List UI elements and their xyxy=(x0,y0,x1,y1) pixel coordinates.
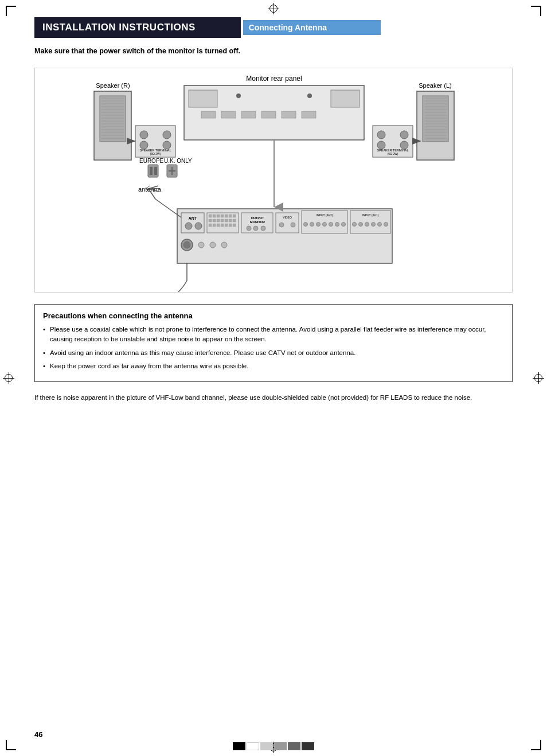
svg-point-124 xyxy=(210,242,216,248)
svg-point-33 xyxy=(140,141,148,149)
precautions-list: Please use a coaxial cable which is not … xyxy=(43,325,504,371)
svg-point-107 xyxy=(310,223,314,227)
color-bar-5 xyxy=(288,742,300,750)
svg-point-120 xyxy=(384,223,388,227)
svg-rect-90 xyxy=(221,224,224,227)
svg-point-34 xyxy=(163,141,171,149)
corner-mark-tl xyxy=(6,6,16,16)
svg-text:(6Ω  2W): (6Ω 2W) xyxy=(150,152,161,155)
svg-point-119 xyxy=(378,223,382,227)
svg-text:VIDEO: VIDEO xyxy=(283,216,292,219)
color-bar-2 xyxy=(247,742,259,750)
svg-rect-6 xyxy=(221,111,236,118)
svg-point-110 xyxy=(329,223,333,227)
page-container: INSTALLATION INSTRUCTIONS Connecting Ant… xyxy=(0,0,547,756)
svg-text:EUROPE: EUROPE xyxy=(139,158,164,164)
svg-rect-3 xyxy=(189,90,217,107)
svg-text:(6Ω  2W): (6Ω 2W) xyxy=(388,152,398,155)
svg-rect-141 xyxy=(154,167,157,175)
installation-banner: INSTALLATION INSTRUCTIONS xyxy=(34,17,241,38)
reg-mark-left xyxy=(3,372,14,384)
svg-point-32 xyxy=(163,131,171,139)
svg-point-102 xyxy=(279,223,284,227)
svg-rect-83 xyxy=(221,219,224,222)
svg-rect-84 xyxy=(225,219,228,222)
svg-rect-89 xyxy=(217,224,220,227)
svg-rect-87 xyxy=(209,224,212,227)
svg-rect-79 xyxy=(233,215,236,217)
svg-point-31 xyxy=(140,131,148,139)
svg-rect-92 xyxy=(229,224,232,227)
reg-mark-right xyxy=(533,372,544,384)
svg-point-97 xyxy=(247,226,251,231)
svg-point-58 xyxy=(400,141,408,149)
svg-rect-85 xyxy=(229,219,232,222)
svg-point-109 xyxy=(323,223,327,227)
precautions-title: Precautions when connecting the antenna xyxy=(43,311,504,320)
svg-rect-9 xyxy=(282,111,296,118)
svg-point-106 xyxy=(304,223,308,227)
section-title: Connecting Antenna xyxy=(243,20,381,35)
svg-text:U.K. ONLY: U.K. ONLY xyxy=(164,158,192,164)
svg-point-117 xyxy=(365,223,369,227)
antenna-diagram: Monitor rear panel xyxy=(35,68,513,292)
color-bars xyxy=(233,742,314,750)
precaution-item-3: Keep the power cord as far away from the… xyxy=(43,361,504,371)
svg-rect-77 xyxy=(225,215,228,217)
svg-rect-140 xyxy=(150,167,153,175)
svg-rect-74 xyxy=(213,215,216,217)
svg-rect-10 xyxy=(302,111,316,118)
svg-rect-73 xyxy=(209,215,212,217)
svg-rect-93 xyxy=(233,224,236,227)
svg-rect-7 xyxy=(241,111,256,118)
svg-rect-5 xyxy=(201,111,216,118)
svg-point-115 xyxy=(353,223,357,227)
svg-rect-82 xyxy=(217,219,220,222)
svg-text:Speaker (L): Speaker (L) xyxy=(419,82,451,89)
svg-text:MONITOR: MONITOR xyxy=(250,220,265,224)
svg-point-112 xyxy=(342,223,346,227)
svg-point-122 xyxy=(183,241,190,248)
svg-point-71 xyxy=(195,223,202,229)
svg-rect-86 xyxy=(233,219,236,222)
corner-mark-bl xyxy=(6,740,16,750)
svg-point-57 xyxy=(377,141,385,149)
svg-point-116 xyxy=(359,223,363,227)
diagram-area: Monitor rear panel xyxy=(34,68,513,293)
svg-rect-75 xyxy=(217,215,220,217)
svg-point-56 xyxy=(400,131,408,139)
svg-point-99 xyxy=(261,226,265,231)
svg-point-108 xyxy=(317,223,321,227)
svg-rect-4 xyxy=(331,90,360,107)
color-bar-3 xyxy=(260,742,273,750)
svg-text:INPUT (AV2): INPUT (AV2) xyxy=(317,213,333,217)
color-bar-1 xyxy=(233,742,245,750)
svg-point-11 xyxy=(236,93,241,98)
page-number: 46 xyxy=(34,730,42,739)
svg-point-55 xyxy=(377,131,385,139)
svg-text:INPUT (AV1): INPUT (AV1) xyxy=(362,213,379,217)
reg-mark-top xyxy=(268,3,279,14)
svg-point-12 xyxy=(307,93,312,98)
svg-point-123 xyxy=(198,242,204,248)
svg-point-103 xyxy=(291,223,295,227)
svg-point-125 xyxy=(221,242,227,248)
svg-rect-38 xyxy=(423,96,448,142)
precaution-item-1: Please use a coaxial cable which is not … xyxy=(43,325,504,345)
svg-rect-76 xyxy=(221,215,224,217)
svg-rect-91 xyxy=(225,224,228,227)
svg-point-118 xyxy=(372,223,376,227)
svg-text:OUTPUT: OUTPUT xyxy=(251,216,264,220)
svg-text:Speaker (R): Speaker (R) xyxy=(96,82,130,89)
precautions-box: Precautions when connecting the antenna … xyxy=(34,304,513,382)
color-bar-6 xyxy=(302,742,314,750)
svg-text:Monitor rear panel: Monitor rear panel xyxy=(246,75,302,83)
svg-point-111 xyxy=(335,223,339,227)
corner-mark-br xyxy=(531,740,541,750)
svg-rect-8 xyxy=(261,111,276,118)
svg-point-70 xyxy=(185,223,192,229)
svg-rect-88 xyxy=(213,224,216,227)
precaution-item-2: Avoid using an indoor antenna as this ma… xyxy=(43,348,504,358)
svg-rect-81 xyxy=(213,219,216,222)
instruction-text: Make sure that the power switch of the m… xyxy=(34,47,513,55)
